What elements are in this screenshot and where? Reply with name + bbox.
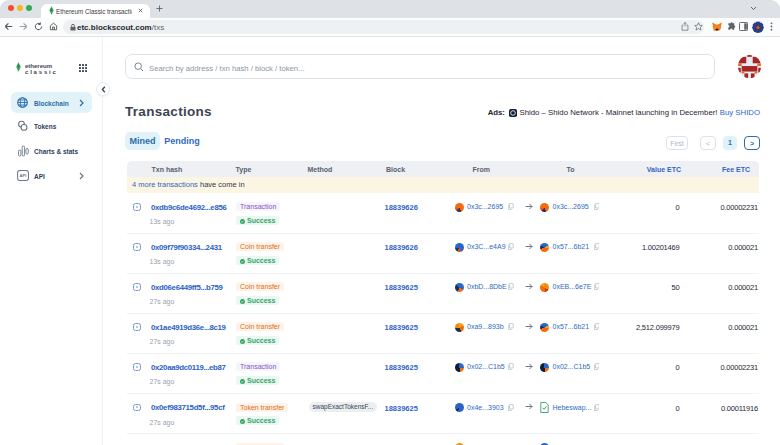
svg-text:API: API — [19, 173, 26, 178]
